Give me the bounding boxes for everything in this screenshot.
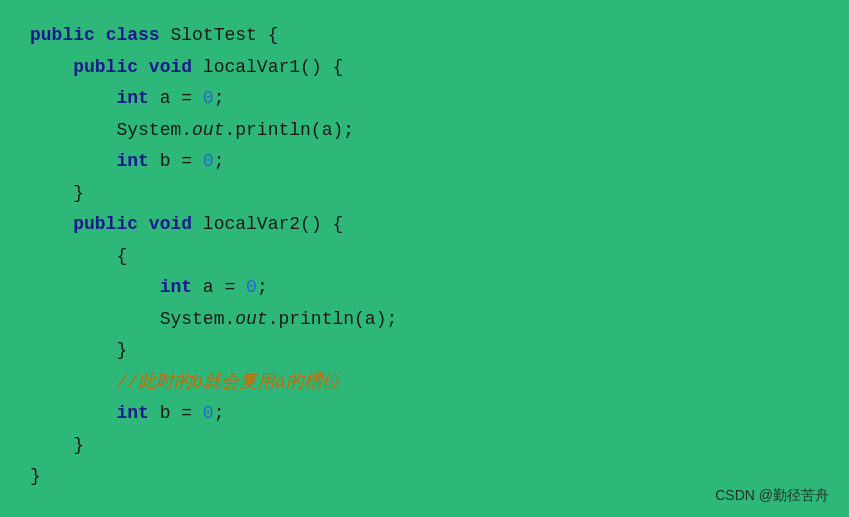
code-line: //此时的b就会复用a的槽位	[30, 367, 819, 399]
code-line: {	[30, 241, 819, 273]
code-line: }	[30, 430, 819, 462]
code-line: public void localVar2() {	[30, 209, 819, 241]
code-line: public void localVar1() {	[30, 52, 819, 84]
code-block: public class SlotTest { public void loca…	[0, 0, 849, 513]
code-line: System.out.println(a);	[30, 115, 819, 147]
code-line: }	[30, 178, 819, 210]
code-line: int a = 0;	[30, 272, 819, 304]
code-line: int a = 0;	[30, 83, 819, 115]
code-line: public class SlotTest {	[30, 20, 819, 52]
code-line: System.out.println(a);	[30, 304, 819, 336]
code-line: }	[30, 461, 819, 493]
watermark: CSDN @勤径苦舟	[715, 487, 829, 505]
code-line: }	[30, 335, 819, 367]
code-line: int b = 0;	[30, 146, 819, 178]
code-line: int b = 0;	[30, 398, 819, 430]
